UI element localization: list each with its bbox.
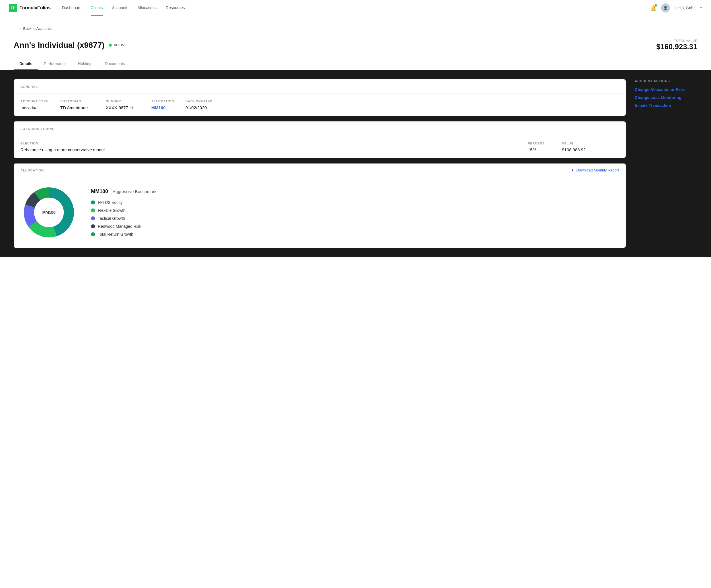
general-card-body: ACCOUNT TYPE Individual CUSTODIAN TD Ame… [14, 94, 626, 116]
tabs: Details Performance Holdings Documents [0, 58, 711, 70]
allocation-header-label: ALLOCATION [20, 169, 44, 172]
general-label: GENERAL [20, 85, 38, 88]
bell-icon[interactable]: 🔔 [650, 5, 656, 11]
date-created-value: 01/02/2020 [186, 105, 619, 110]
total-value-box: TOTAL VALUE $160,923.31 [656, 39, 697, 51]
percent-field: PERCENT 15% [528, 141, 562, 152]
account-type-field: ACCOUNT TYPE Individual [20, 100, 60, 110]
tab-details[interactable]: Details [14, 58, 38, 70]
election-field: ELECTION Rebalance using a more conserva… [20, 141, 528, 152]
donut-center-label: MM100 [42, 210, 56, 215]
nav-accounts[interactable]: Accounts [112, 0, 129, 16]
custodian-value: TD Ameritrade [60, 105, 106, 110]
number-label: NUMBER [106, 100, 151, 103]
allocation-value[interactable]: MM100 [151, 105, 186, 110]
account-actions-title: ACCOUNT ACTIONS [635, 79, 697, 83]
loss-value-label: VALUE [562, 141, 619, 145]
model-code: MM100 [91, 189, 108, 195]
legend-dot-total-return [91, 232, 95, 236]
legend-label-tactical: Tactical Growth [98, 216, 125, 221]
loss-value-field: VALUE $108,983.92 [562, 141, 619, 152]
nav-clients[interactable]: Clients [91, 0, 103, 16]
allocation-field: ALLOCATION MM100 [151, 100, 186, 110]
user-greeting: Hello, Gabe [674, 6, 696, 10]
custodian-field: CUSTODIAN TD Ameritrade [60, 100, 106, 110]
allocation-card: ALLOCATION ⬇ Download Monthly Report [14, 164, 626, 248]
legend-items: FFI US Equity Flexible Growth Tactical G… [91, 200, 619, 237]
nav-resources[interactable]: Resources [166, 0, 185, 16]
percent-label: PERCENT [528, 141, 562, 145]
legend-dot-redwood [91, 224, 95, 228]
legend-section: MM100 Aggressive Benchmark FFI US Equity… [91, 189, 619, 237]
sidebar-actions: ACCOUNT ACTIONS Change Allocation or Fee… [635, 79, 697, 248]
nav-links: Dashboard Clients Accounts Allocations R… [62, 0, 650, 16]
account-title-left: Ann's Individual (x9877) ACTIVE [14, 41, 127, 50]
legend-item-total-return: Total Return Growth [91, 232, 619, 237]
loss-monitoring-card: LOSS MONITORING ELECTION Rebalance using… [14, 122, 626, 158]
back-to-accounts-button[interactable]: ← Back to Accounts [14, 24, 56, 33]
general-card-header: GENERAL [14, 79, 626, 94]
navbar: FF FormulaFolios Dashboard Clients Accou… [0, 0, 711, 16]
allocation-card-header: ALLOCATION ⬇ Download Monthly Report [14, 164, 626, 177]
logo-icon: FF [9, 4, 17, 12]
page-wrapper: ← Back to Accounts Ann's Individual (x98… [0, 16, 711, 588]
percent-value: 15% [528, 147, 562, 152]
change-allocation-link[interactable]: Change Allocation or Fees [635, 87, 697, 92]
logo[interactable]: FF FormulaFolios [9, 4, 51, 12]
account-name: Ann's Individual (x9877) [14, 41, 104, 50]
number-with-eye: XXXX-9877 👁 [106, 105, 151, 110]
eye-icon[interactable]: 👁 [130, 106, 134, 110]
nav-right: 🔔 👤 Hello, Gabe ▾ [650, 3, 702, 13]
legend-item-tactical: Tactical Growth [91, 216, 619, 221]
main-content: GENERAL ACCOUNT TYPE Individual CUSTODIA… [14, 79, 626, 248]
number-field: NUMBER XXXX-9877 👁 [106, 100, 151, 110]
legend-dot-tactical [91, 216, 95, 220]
nav-allocations[interactable]: Allocations [137, 0, 157, 16]
change-loss-monitoring-link[interactable]: Change Loss Monitoring [635, 95, 697, 100]
legend-label-redwood: Redwood Managed Risk [98, 224, 141, 228]
status-badge: ACTIVE [109, 43, 127, 47]
logo-text: FormulaFolios [19, 5, 51, 10]
chevron-down-icon[interactable]: ▾ [700, 6, 702, 10]
date-created-label: DATE CREATED [186, 100, 619, 103]
download-monthly-report-button[interactable]: ⬇ Download Monthly Report [571, 168, 619, 172]
total-value-label: TOTAL VALUE [656, 39, 697, 42]
tab-holdings[interactable]: Holdings [72, 58, 99, 70]
custodian-label: CUSTODIAN [60, 100, 106, 103]
legend-label-flexible: Flexible Growth [98, 208, 125, 213]
election-label: ELECTION [20, 141, 528, 145]
legend-title-row: MM100 Aggressive Benchmark [91, 189, 619, 195]
download-icon: ⬇ [571, 168, 574, 172]
allocation-body: MM100 MM100 Aggressive Benchmark FFI US … [14, 177, 626, 248]
avatar[interactable]: 👤 [661, 3, 670, 13]
account-type-value: Individual [20, 105, 60, 110]
legend-item-ffi: FFI US Equity [91, 200, 619, 205]
number-value: XXXX-9877 [106, 105, 128, 110]
content-area: GENERAL ACCOUNT TYPE Individual CUSTODIA… [0, 70, 711, 257]
allocation-label: ALLOCATION [151, 100, 186, 103]
initiate-transaction-link[interactable]: Initiate Transaction [635, 103, 697, 108]
active-dot-icon [109, 44, 112, 47]
legend-label-ffi: FFI US Equity [98, 200, 123, 205]
donut-chart: MM100 [20, 184, 77, 241]
model-name: Aggressive Benchmark [113, 189, 156, 194]
loss-monitoring-header: LOSS MONITORING [14, 122, 626, 136]
loss-monitoring-body: ELECTION Rebalance using a more conserva… [14, 136, 626, 158]
election-value: Rebalance using a more conservative mode… [20, 147, 528, 152]
date-created-field: DATE CREATED 01/02/2020 [186, 100, 619, 110]
legend-dot-ffi [91, 200, 95, 204]
loss-value-value: $108,983.92 [562, 147, 619, 152]
nav-dashboard[interactable]: Dashboard [62, 0, 82, 16]
bell-dot [655, 4, 657, 6]
page-header: ← Back to Accounts Ann's Individual (x98… [0, 16, 711, 51]
status-label: ACTIVE [113, 43, 127, 47]
download-label: Download Monthly Report [576, 168, 619, 172]
loss-monitoring-label: LOSS MONITORING [20, 127, 55, 131]
account-title-row: Ann's Individual (x9877) ACTIVE TOTAL VA… [14, 39, 697, 51]
tab-documents[interactable]: Documents [99, 58, 131, 70]
legend-label-total-return: Total Return Growth [98, 232, 133, 237]
legend-dot-flexible [91, 209, 95, 212]
tab-performance[interactable]: Performance [38, 58, 72, 70]
general-card: GENERAL ACCOUNT TYPE Individual CUSTODIA… [14, 79, 626, 116]
account-type-label: ACCOUNT TYPE [20, 100, 60, 103]
